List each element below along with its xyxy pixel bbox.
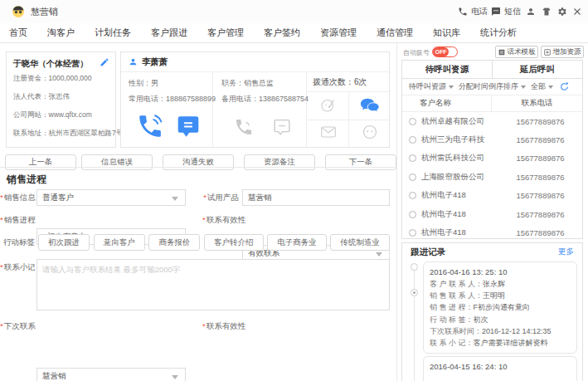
app-title: 慧营销 (31, 6, 58, 18)
resource-row[interactable]: 上海眼帘股份公司 15677889876 (402, 168, 582, 186)
comm-failed-button[interactable]: 沟通失败 (163, 154, 234, 170)
tab-delayed-call[interactable]: 延后呼叫 (493, 61, 582, 78)
script-template-button[interactable]: 话术模板 (495, 46, 538, 58)
customer-name: 于晓华（个体经营） (13, 58, 96, 70)
followup-line: 下次联系时间：2016-12-12 14:12:35 (430, 325, 571, 337)
nav-item-customer-mgmt[interactable]: 客户管理 (207, 27, 244, 39)
nav-item-comm-mgmt[interactable]: 通信管理 (377, 27, 413, 39)
refresh-icon[interactable] (560, 82, 569, 91)
resource-name: 杭州电子418 (421, 227, 498, 238)
resource-phone: 15677889876 (498, 173, 582, 182)
add-resource-button[interactable]: 增加资源 (541, 46, 584, 58)
resource-row[interactable]: 杭州雷氏科技公司 15677889876 (402, 149, 582, 168)
timeline-dot (411, 263, 418, 271)
info-error-button[interactable]: 信息错误 (81, 154, 153, 170)
resource-row[interactable]: 杭州三为电子科技 15677889876 (402, 130, 582, 149)
qq-chat-icon[interactable] (360, 97, 380, 114)
user-icon[interactable] (526, 7, 536, 17)
field-value: 杭州市西湖区翠柏路7号 (49, 129, 124, 137)
nav-item-resource-mgmt[interactable]: 资源管理 (320, 27, 357, 39)
field-label: 公司网站： (13, 110, 49, 119)
resource-note-button[interactable]: 资源备注 (244, 154, 315, 170)
note-edit-icon[interactable] (320, 97, 336, 113)
radio-icon[interactable] (409, 211, 416, 218)
radio-icon[interactable] (409, 154, 416, 162)
radio-icon[interactable] (409, 118, 416, 125)
toggle-state-label: OFF (433, 47, 449, 56)
tab-pending-call[interactable]: 待呼叫资源 (402, 61, 493, 78)
tag-first-followup[interactable]: 初次跟进 (38, 234, 90, 251)
nav-item-plan-tasks[interactable]: 计划任务 (95, 27, 131, 39)
field-value: www.qftx.com (49, 110, 92, 119)
tag-ecommerce[interactable]: 电子商务业 (267, 234, 327, 251)
nav-item-customer-sign[interactable]: 客户签约 (264, 27, 300, 39)
chat-secondary-icon[interactable] (272, 119, 292, 136)
radio-icon[interactable] (409, 173, 416, 181)
resource-row[interactable]: 杭州电子418 15677889876 (402, 223, 582, 242)
radio-icon[interactable] (409, 192, 416, 199)
radio-icon[interactable] (409, 136, 416, 144)
nav-item-taokehu[interactable]: 淘客户 (47, 27, 75, 39)
call-primary-icon[interactable] (136, 112, 164, 140)
call-resource-panel: 待呼叫资源 延后呼叫 待呼叫资源 分配时间倒序排序 全部 客户名称 联系电话 杭… (401, 60, 583, 239)
resource-row[interactable]: 杭州电子418 15677889876 (402, 187, 582, 205)
nav-item-home[interactable]: 首页 (9, 27, 27, 39)
auto-dial-toggle[interactable]: OFF (432, 46, 458, 57)
chat-primary-icon[interactable] (176, 115, 201, 138)
customer-field-row: 注册资金：1000,000,000 (13, 74, 92, 84)
action-tags: 初次跟进 意向客户 商务报价 客户转介绍 电子商务业 传统制造业 (38, 234, 390, 251)
tag-customer-referral[interactable]: 客户转介绍 (204, 234, 264, 251)
contact-phone: 常用电话：188867588899 (129, 94, 216, 105)
next-record-button[interactable]: 下一条 (325, 154, 396, 170)
followup-entry[interactable]: 2016-04-15 16: 24: 10 (423, 356, 577, 381)
trial-product-input[interactable]: 慧营销 (242, 189, 390, 206)
customer-field-row: 联系地址：杭州市西湖区翠柏路7号 (13, 129, 123, 139)
field-label: 注册资金： (13, 74, 49, 82)
field-label: 联系地址： (13, 129, 49, 137)
sales-stage-label: *销售进程 (0, 212, 35, 228)
resource-phone: 15677889876 (498, 210, 582, 219)
nav-item-knowledge-base[interactable]: 知识库 (433, 27, 460, 39)
filter-sort-order[interactable]: 分配时间倒序排序 (459, 81, 526, 92)
resource-tabs: 待呼叫资源 延后呼叫 (402, 61, 582, 79)
skin-theme-icon[interactable] (542, 7, 552, 17)
filter-resource-type[interactable]: 待呼叫资源 (409, 81, 454, 92)
tag-intent-customer[interactable]: 意向客户 (94, 234, 145, 251)
resource-filters: 待呼叫资源 分配时间倒序排序 全部 (402, 79, 582, 95)
contact-note-textarea[interactable] (36, 259, 390, 310)
resource-row[interactable]: 杭州电子418 15677889876 (402, 205, 582, 223)
dial-count: 拨通次数：6次 (313, 76, 367, 88)
close-icon[interactable] (572, 7, 582, 17)
radio-icon[interactable] (409, 229, 416, 237)
followup-more-link[interactable]: 更多 (558, 247, 574, 257)
next-contact-select[interactable]: 慧营销 (36, 368, 186, 381)
phone-icon (458, 7, 468, 17)
penguin-face-icon[interactable] (362, 125, 377, 139)
tag-traditional-manufacturing[interactable]: 传统制造业 (330, 234, 390, 251)
prev-record-button[interactable]: 上一条 (5, 154, 76, 170)
resource-list-header: 客户名称 联系电话 (402, 95, 582, 112)
resource-row[interactable]: 杭州卓越有限公司 15677889876 (402, 112, 582, 130)
header-contact-phone: 联系电话 (492, 95, 582, 111)
tag-business-quote[interactable]: 商务报价 (148, 234, 200, 251)
filter-scope[interactable]: 全部 (531, 81, 553, 92)
nav-item-customer-followup[interactable]: 客户跟进 (151, 27, 187, 39)
sms-button[interactable]: 短信 (491, 6, 521, 17)
app-window: 慧营销 电话 短信 首页 淘客户 计划任 (0, 0, 588, 381)
followup-line: 销 售 进 程：F初步沟通有意向 (430, 301, 571, 313)
settings-gear-icon[interactable] (557, 7, 567, 17)
followup-line: 联 系 小 记：客户需要详细讲解资料 (430, 337, 571, 349)
field-value: 张志伟 (49, 92, 70, 100)
contact-gender: 性别：男 (129, 78, 158, 89)
mail-icon[interactable] (321, 126, 336, 138)
title-bar: 慧营销 电话 短信 (0, 0, 588, 24)
nav-item-statistics[interactable]: 统计分析 (480, 27, 517, 39)
sales-info-select[interactable]: 普通客户 (36, 189, 186, 206)
followup-entry[interactable]: 2016-04-16 13: 25: 10 客 户 联 系 人：张永辉 销 售 … (423, 261, 577, 354)
sales-section-title: 销售进程 (7, 173, 46, 187)
call-secondary-icon[interactable] (234, 117, 254, 137)
resource-phone: 15677889876 (498, 135, 582, 144)
edit-customer-icon[interactable] (100, 57, 109, 67)
contact-note-label: *联系小记 (0, 259, 35, 276)
phone-button[interactable]: 电话 (458, 6, 488, 17)
